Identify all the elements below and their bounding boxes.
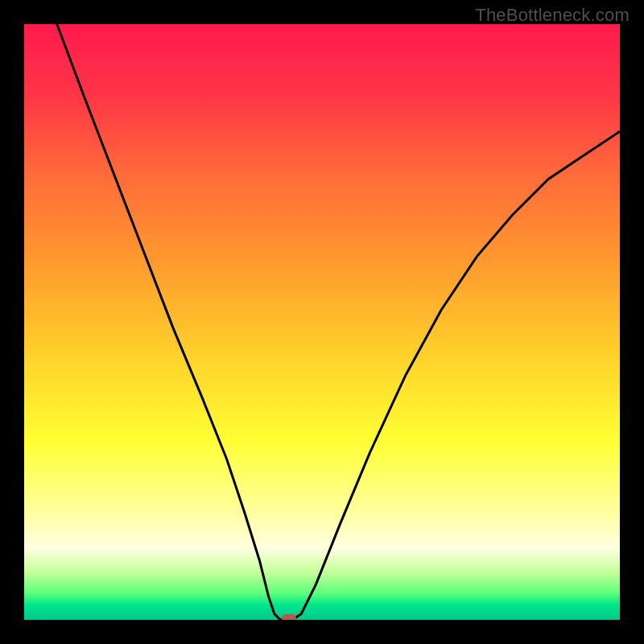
chart-frame: TheBottleneck.com: [0, 0, 644, 644]
svg-rect-0: [24, 24, 620, 620]
optimal-point-marker: [282, 614, 296, 620]
watermark-text: TheBottleneck.com: [475, 5, 630, 26]
plot-area: [24, 24, 620, 620]
gradient-background: [24, 24, 620, 620]
